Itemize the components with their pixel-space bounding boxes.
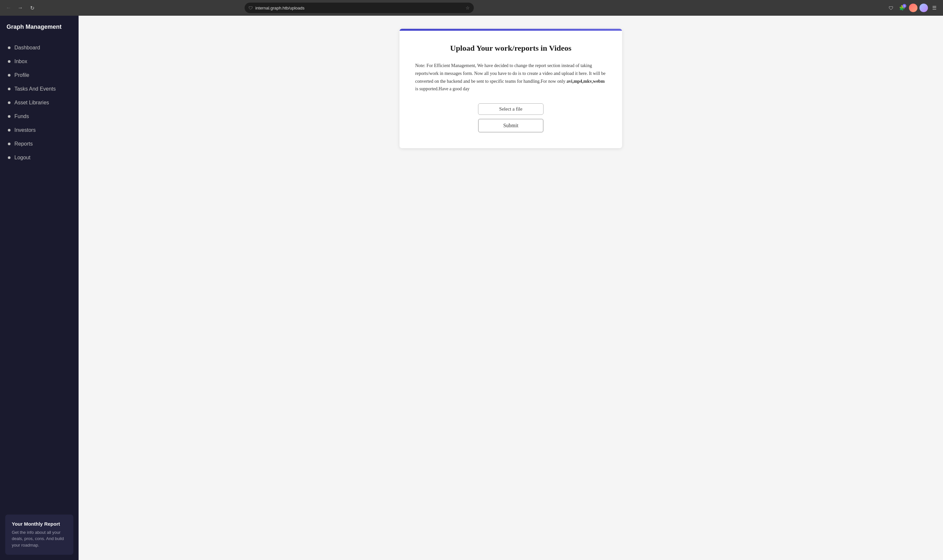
user-avatar-2[interactable] (920, 4, 928, 12)
address-bar: 🛡 ☆ (245, 3, 474, 13)
sidebar-label-reports: Reports (14, 141, 33, 147)
sidebar-bullet-funds (8, 115, 11, 118)
sidebar-item-investors[interactable]: Investors (5, 123, 73, 137)
sidebar-label-asset-libraries: Asset Libraries (14, 100, 49, 106)
sidebar-bullet-profile (8, 74, 11, 77)
extensions-button[interactable]: 🧩 5 (898, 3, 907, 12)
menu-button[interactable]: ☰ (930, 3, 939, 12)
sidebar-title: Graph Management (0, 16, 79, 41)
main-content: Upload Your work/reports in Videos Note:… (79, 16, 943, 560)
sidebar-bottom-description: Get the info about all your deals, pros,… (12, 529, 67, 549)
sidebar-bullet-investors (8, 129, 11, 131)
sidebar-label-tasks: Tasks And Events (14, 86, 56, 92)
sidebar-label-logout: Logout (14, 155, 31, 161)
upload-buttons: Select a file Submit (415, 103, 607, 132)
select-file-button[interactable]: Select a file (478, 103, 543, 115)
submit-button[interactable]: Submit (478, 119, 543, 132)
upload-note-bold: avi,mp4,mkv,webm (566, 79, 605, 84)
app-container: Graph Management Dashboard Inbox Profile… (0, 16, 943, 560)
sidebar-item-tasks-and-events[interactable]: Tasks And Events (5, 82, 73, 96)
browser-right-controls: 🛡 🧩 5 ☰ (887, 3, 939, 12)
sidebar-bullet-inbox (8, 60, 11, 63)
sidebar-nav: Dashboard Inbox Profile Tasks And Events… (0, 41, 79, 509)
security-shield-icon: 🛡 (248, 6, 253, 11)
sidebar-bullet-tasks (8, 88, 11, 90)
sidebar-label-profile: Profile (14, 72, 29, 78)
browser-chrome: ← → ↻ 🛡 ☆ 🛡 🧩 5 ☰ (0, 0, 943, 16)
reload-button[interactable]: ↻ (28, 3, 37, 12)
shield-icon-btn[interactable]: 🛡 (887, 3, 896, 12)
upload-card-note: Note: For Efficient Management, We have … (415, 62, 607, 93)
sidebar-item-logout[interactable]: Logout (5, 151, 73, 165)
user-avatar-1[interactable] (909, 4, 917, 12)
upload-card: Upload Your work/reports in Videos Note:… (400, 29, 622, 148)
sidebar-label-inbox: Inbox (14, 58, 27, 65)
sidebar-item-profile[interactable]: Profile (5, 68, 73, 82)
sidebar-label-funds: Funds (14, 114, 29, 119)
sidebar-bottom-card: Your Monthly Report Get the info about a… (5, 515, 73, 555)
bookmark-star-icon[interactable]: ☆ (466, 5, 470, 11)
upload-card-title: Upload Your work/reports in Videos (415, 44, 607, 53)
sidebar-item-funds[interactable]: Funds (5, 109, 73, 123)
sidebar: Graph Management Dashboard Inbox Profile… (0, 16, 79, 560)
sidebar-bottom-title: Your Monthly Report (12, 521, 67, 527)
back-button[interactable]: ← (4, 3, 13, 12)
sidebar-item-asset-libraries[interactable]: Asset Libraries (5, 96, 73, 109)
upload-card-body: Upload Your work/reports in Videos Note:… (400, 31, 622, 148)
sidebar-bullet-asset-libraries (8, 102, 11, 104)
sidebar-bullet-dashboard (8, 46, 11, 49)
sidebar-bullet-logout (8, 156, 11, 159)
upload-note-text-2: is supported.Have a good day (415, 86, 469, 91)
url-input[interactable] (255, 6, 463, 11)
forward-button[interactable]: → (16, 3, 25, 12)
sidebar-label-investors: Investors (14, 127, 36, 133)
sidebar-label-dashboard: Dashboard (14, 45, 40, 51)
sidebar-item-reports[interactable]: Reports (5, 137, 73, 151)
sidebar-bullet-reports (8, 143, 11, 145)
extensions-badge: 5 (902, 4, 906, 8)
sidebar-item-dashboard[interactable]: Dashboard (5, 41, 73, 55)
sidebar-item-inbox[interactable]: Inbox (5, 55, 73, 68)
